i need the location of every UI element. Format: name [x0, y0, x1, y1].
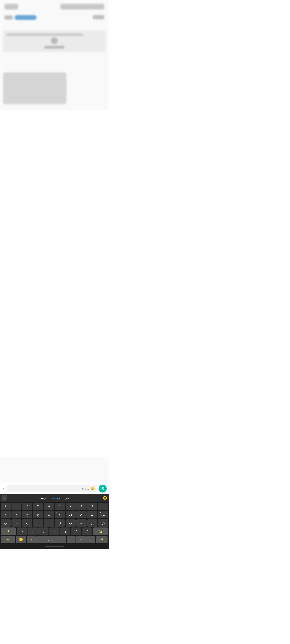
expand-icon[interactable]: › — [2, 486, 5, 491]
keyboard: ‹ زمین زوجیت زومیت 🙂 ۱ ۲ ۳ ۴ ۵ ۶ ۷ ۸ — [0, 494, 109, 549]
key-dal[interactable]: د — [49, 528, 59, 535]
suggestion-word-1[interactable]: زمین — [64, 496, 71, 500]
content-card-blurred — [3, 30, 106, 52]
period-key[interactable]: ۔ — [86, 536, 95, 543]
key-shin[interactable]: ش — [98, 519, 108, 527]
number-row: ۱ ۲ ۳ ۴ ۵ ۶ ۷ ۸ ۹ ۰ — [1, 502, 108, 510]
key-ba[interactable]: ب — [66, 519, 76, 527]
suggestions-back-button[interactable]: ‹ — [2, 495, 7, 500]
emoji-button[interactable]: 😊 — [90, 486, 95, 491]
key-khe[interactable]: خ — [33, 511, 43, 518]
message-typed-text: زومیت — [8, 487, 89, 490]
suggestions-bar: ‹ زمین زوجیت زومیت 🙂 — [0, 494, 109, 502]
keyboard-bottom-row: !#1 😊 › فارسی ‹ ◈ ۔ — [1, 536, 108, 543]
emoji-suggestions-button[interactable]: 🙂 — [103, 496, 107, 500]
key-nun[interactable]: ن — [22, 519, 32, 527]
key-9[interactable]: ۹ — [87, 502, 97, 510]
emoji-keyboard-button[interactable]: 😊 — [16, 536, 26, 543]
key-je[interactable]: ج — [12, 511, 22, 518]
backspace-key[interactable] — [93, 528, 108, 535]
nav-right-blurred — [60, 4, 104, 10]
key-4[interactable]: ۴ — [33, 502, 43, 510]
key-he[interactable]: ح — [22, 511, 32, 518]
blur-line-1 — [6, 34, 83, 36]
key-2[interactable]: ۲ — [12, 502, 22, 510]
key-7[interactable]: ۷ — [66, 502, 76, 510]
key-5[interactable]: ۵ — [44, 502, 54, 510]
key-tha[interactable]: ث — [87, 511, 97, 518]
blur-avatar — [51, 38, 58, 44]
key-3[interactable]: ۳ — [22, 502, 32, 510]
key-ze[interactable]: ذ ز — [28, 528, 38, 535]
key-8[interactable]: ۸ — [76, 502, 87, 510]
key-ha[interactable]: ه — [44, 511, 54, 518]
app-container: › زومیت 😊 ‹ زمین زوجیت زومیت 🙂 — [0, 0, 109, 644]
key-kaf[interactable]: ک — [71, 528, 81, 535]
top-nav-blurred — [0, 4, 109, 10]
sub-nav-blurred — [5, 15, 37, 20]
arrow-right-key[interactable]: › — [27, 536, 36, 543]
suggestion-word-2[interactable]: زوجیت — [51, 496, 61, 500]
nav-left-blurred — [5, 4, 18, 10]
message-input-row: › زومیت 😊 — [0, 483, 109, 494]
key-ta2[interactable]: ظ ط — [17, 528, 27, 535]
keyboard-rows: ۱ ۲ ۳ ۴ ۵ ۶ ۷ ۸ ۹ ۰ چ ج ح خ ه غ ع — [0, 502, 109, 544]
key-ta[interactable]: ت — [33, 519, 43, 527]
key-alef[interactable]: آ ا — [44, 519, 54, 527]
key-gaf[interactable]: گ — [82, 528, 92, 535]
keyboard-row-3: پ م ن ت آ ا ل ب ئ ی س ش — [1, 519, 108, 527]
key-sad[interactable]: ض ص — [98, 511, 108, 518]
key-ain[interactable]: غ ع — [55, 511, 65, 518]
key-ya[interactable]: ئ ی — [76, 519, 87, 527]
cursor-key[interactable]: ◈ — [76, 536, 86, 543]
shift-key[interactable] — [1, 528, 16, 535]
key-6[interactable]: ۶ — [55, 502, 65, 510]
key-1[interactable]: ۱ — [1, 502, 11, 510]
keyboard-row-2: چ ج ح خ ه غ ع ف ق ث ض ص — [1, 511, 108, 518]
key-0[interactable]: ۰ — [98, 502, 108, 510]
key-lam[interactable]: ل — [55, 519, 65, 527]
sub-nav-right-blurred — [93, 15, 104, 19]
message-input-wrapper[interactable]: زومیت 😊 — [6, 485, 97, 492]
white-space-area — [0, 110, 109, 457]
key-sin[interactable]: س — [87, 519, 97, 527]
blur-image-block — [3, 72, 67, 104]
blur-center-text — [45, 46, 64, 48]
keyboard-row-4: ظ ط ذ ز ر د و ک گ — [1, 528, 108, 535]
suggestion-word-3[interactable]: زومیت — [39, 496, 48, 500]
enter-key[interactable]: ↵ — [96, 536, 108, 543]
key-che[interactable]: چ — [1, 511, 11, 518]
home-bar — [0, 544, 109, 549]
key-waw[interactable]: و — [60, 528, 70, 535]
sub-nav-left-blurred — [5, 16, 13, 20]
key-qaf[interactable]: ق — [76, 511, 87, 518]
key-mim[interactable]: م — [12, 519, 22, 527]
symbol-key[interactable]: !#1 — [1, 536, 15, 543]
key-pe[interactable]: پ — [1, 519, 11, 527]
sub-nav-blue-blurred — [15, 15, 37, 20]
arrow-left-key[interactable]: ‹ — [67, 536, 76, 543]
send-button[interactable] — [99, 484, 107, 492]
key-re[interactable]: ر — [38, 528, 49, 535]
key-fa[interactable]: ف — [66, 511, 76, 518]
space-key[interactable]: فارسی — [36, 536, 66, 543]
home-indicator — [45, 546, 64, 547]
suggestions-words: زمین زوجیت زومیت — [39, 496, 71, 500]
